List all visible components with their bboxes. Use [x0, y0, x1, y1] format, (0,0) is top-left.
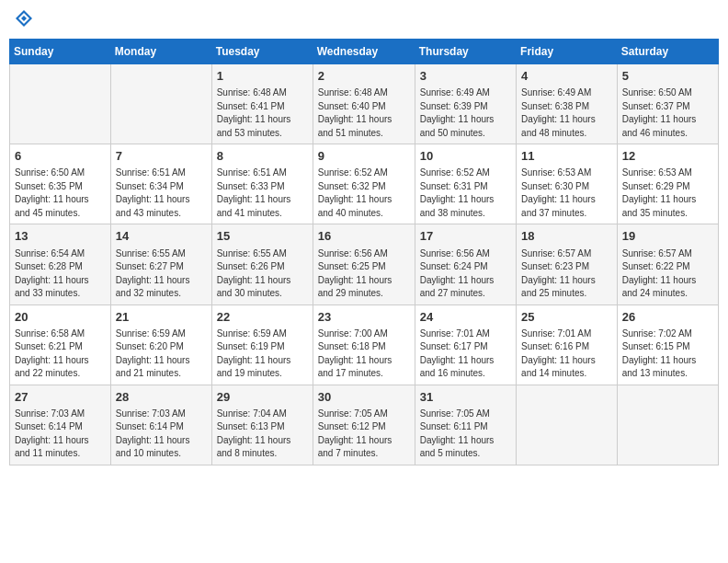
day-info: Sunrise: 6:57 AMSunset: 6:22 PMDaylight:… — [622, 247, 713, 301]
day-info: Sunrise: 6:54 AMSunset: 6:28 PMDaylight:… — [15, 247, 106, 301]
weekday-row: SundayMondayTuesdayWednesdayThursdayFrid… — [10, 40, 719, 64]
calendar-cell: 9Sunrise: 6:52 AMSunset: 6:32 PMDaylight… — [313, 144, 415, 224]
day-info: Sunrise: 7:01 AMSunset: 6:16 PMDaylight:… — [521, 327, 612, 381]
day-info: Sunrise: 6:55 AMSunset: 6:26 PMDaylight:… — [217, 247, 308, 301]
day-number: 29 — [217, 389, 308, 406]
calendar-cell: 21Sunrise: 6:59 AMSunset: 6:20 PMDayligh… — [110, 304, 211, 385]
calendar-cell: 17Sunrise: 6:56 AMSunset: 6:24 PMDayligh… — [415, 224, 516, 304]
calendar-cell: 10Sunrise: 6:52 AMSunset: 6:31 PMDayligh… — [415, 144, 516, 224]
day-number: 9 — [318, 148, 410, 165]
weekday-header: Tuesday — [211, 40, 313, 64]
day-info: Sunrise: 6:48 AMSunset: 6:41 PMDaylight:… — [217, 86, 308, 140]
day-number: 12 — [622, 148, 713, 165]
day-info: Sunrise: 7:02 AMSunset: 6:15 PMDaylight:… — [622, 327, 713, 381]
calendar-cell: 13Sunrise: 6:54 AMSunset: 6:28 PMDayligh… — [10, 224, 111, 304]
calendar-cell: 5Sunrise: 6:50 AMSunset: 6:37 PMDaylight… — [617, 64, 718, 144]
day-info: Sunrise: 6:58 AMSunset: 6:21 PMDaylight:… — [15, 327, 106, 381]
calendar-cell — [517, 385, 618, 465]
day-info: Sunrise: 7:03 AMSunset: 6:14 PMDaylight:… — [116, 408, 207, 461]
calendar-body: 1Sunrise: 6:48 AMSunset: 6:41 PMDaylight… — [10, 64, 719, 465]
calendar-cell: 31Sunrise: 7:05 AMSunset: 6:11 PMDayligh… — [415, 385, 516, 465]
calendar-cell: 23Sunrise: 7:00 AMSunset: 6:18 PMDayligh… — [313, 304, 415, 385]
calendar-cell: 26Sunrise: 7:02 AMSunset: 6:15 PMDayligh… — [617, 304, 718, 385]
day-number: 6 — [15, 148, 106, 165]
calendar-cell: 29Sunrise: 7:04 AMSunset: 6:13 PMDayligh… — [211, 385, 313, 465]
calendar-cell: 19Sunrise: 6:57 AMSunset: 6:22 PMDayligh… — [617, 224, 718, 304]
day-number: 23 — [318, 309, 410, 326]
calendar-cell: 15Sunrise: 6:55 AMSunset: 6:26 PMDayligh… — [211, 224, 313, 304]
day-number: 2 — [318, 68, 410, 85]
day-info: Sunrise: 7:00 AMSunset: 6:18 PMDaylight:… — [318, 327, 410, 381]
day-number: 7 — [116, 148, 207, 165]
day-number: 15 — [217, 228, 308, 245]
day-info: Sunrise: 6:56 AMSunset: 6:25 PMDaylight:… — [318, 247, 410, 301]
weekday-header: Friday — [517, 40, 618, 64]
day-number: 20 — [15, 309, 106, 326]
weekday-header: Wednesday — [313, 40, 415, 64]
day-number: 16 — [318, 228, 410, 245]
calendar-cell: 18Sunrise: 6:57 AMSunset: 6:23 PMDayligh… — [517, 224, 618, 304]
day-info: Sunrise: 6:50 AMSunset: 6:37 PMDaylight:… — [622, 86, 713, 140]
calendar-week-row: 27Sunrise: 7:03 AMSunset: 6:14 PMDayligh… — [10, 385, 719, 465]
calendar-cell: 16Sunrise: 6:56 AMSunset: 6:25 PMDayligh… — [313, 224, 415, 304]
day-info: Sunrise: 7:03 AMSunset: 6:14 PMDaylight:… — [15, 408, 106, 461]
day-number: 3 — [420, 68, 511, 85]
calendar-week-row: 1Sunrise: 6:48 AMSunset: 6:41 PMDaylight… — [10, 64, 719, 144]
day-number: 27 — [15, 389, 106, 406]
day-number: 28 — [116, 389, 207, 406]
day-number: 31 — [420, 389, 511, 406]
calendar-cell: 4Sunrise: 6:49 AMSunset: 6:38 PMDaylight… — [517, 64, 618, 144]
day-info: Sunrise: 6:51 AMSunset: 6:34 PMDaylight:… — [116, 167, 207, 220]
calendar-cell: 7Sunrise: 6:51 AMSunset: 6:34 PMDaylight… — [110, 144, 211, 224]
day-number: 13 — [15, 228, 106, 245]
calendar-week-row: 20Sunrise: 6:58 AMSunset: 6:21 PMDayligh… — [10, 304, 719, 385]
calendar-header: SundayMondayTuesdayWednesdayThursdayFrid… — [10, 40, 719, 64]
calendar-cell: 24Sunrise: 7:01 AMSunset: 6:17 PMDayligh… — [415, 304, 516, 385]
calendar-week-row: 13Sunrise: 6:54 AMSunset: 6:28 PMDayligh… — [10, 224, 719, 304]
calendar-cell: 11Sunrise: 6:53 AMSunset: 6:30 PMDayligh… — [517, 144, 618, 224]
calendar-cell: 3Sunrise: 6:49 AMSunset: 6:39 PMDaylight… — [415, 64, 516, 144]
calendar-cell — [110, 64, 211, 144]
day-number: 1 — [217, 68, 308, 85]
calendar-cell: 8Sunrise: 6:51 AMSunset: 6:33 PMDaylight… — [211, 144, 313, 224]
day-number: 18 — [521, 228, 612, 245]
day-number: 8 — [217, 148, 308, 165]
day-info: Sunrise: 6:59 AMSunset: 6:19 PMDaylight:… — [217, 327, 308, 381]
calendar-cell — [10, 64, 111, 144]
calendar-cell: 1Sunrise: 6:48 AMSunset: 6:41 PMDaylight… — [211, 64, 313, 144]
day-info: Sunrise: 6:52 AMSunset: 6:32 PMDaylight:… — [318, 167, 410, 220]
calendar-cell: 20Sunrise: 6:58 AMSunset: 6:21 PMDayligh… — [10, 304, 111, 385]
day-number: 5 — [622, 68, 713, 85]
day-info: Sunrise: 6:49 AMSunset: 6:39 PMDaylight:… — [420, 86, 511, 140]
calendar-cell: 27Sunrise: 7:03 AMSunset: 6:14 PMDayligh… — [10, 385, 111, 465]
day-info: Sunrise: 6:52 AMSunset: 6:31 PMDaylight:… — [420, 167, 511, 220]
day-number: 24 — [420, 309, 511, 326]
day-info: Sunrise: 7:05 AMSunset: 6:11 PMDaylight:… — [420, 408, 511, 461]
day-number: 11 — [521, 148, 612, 165]
weekday-header: Saturday — [617, 40, 718, 64]
logo-icon — [15, 9, 33, 28]
day-number: 14 — [116, 228, 207, 245]
day-info: Sunrise: 6:55 AMSunset: 6:27 PMDaylight:… — [116, 247, 207, 301]
calendar-cell: 2Sunrise: 6:48 AMSunset: 6:40 PMDaylight… — [313, 64, 415, 144]
page-header — [9, 9, 719, 31]
day-info: Sunrise: 7:04 AMSunset: 6:13 PMDaylight:… — [217, 408, 308, 461]
day-info: Sunrise: 6:56 AMSunset: 6:24 PMDaylight:… — [420, 247, 511, 301]
day-number: 10 — [420, 148, 511, 165]
day-info: Sunrise: 7:01 AMSunset: 6:17 PMDaylight:… — [420, 327, 511, 381]
day-info: Sunrise: 6:50 AMSunset: 6:35 PMDaylight:… — [15, 167, 106, 220]
day-info: Sunrise: 6:57 AMSunset: 6:23 PMDaylight:… — [521, 247, 612, 301]
calendar-cell: 14Sunrise: 6:55 AMSunset: 6:27 PMDayligh… — [110, 224, 211, 304]
calendar: SundayMondayTuesdayWednesdayThursdayFrid… — [9, 39, 719, 465]
day-number: 4 — [521, 68, 612, 85]
day-info: Sunrise: 6:51 AMSunset: 6:33 PMDaylight:… — [217, 167, 308, 220]
day-info: Sunrise: 7:05 AMSunset: 6:12 PMDaylight:… — [318, 408, 410, 461]
calendar-cell: 22Sunrise: 6:59 AMSunset: 6:19 PMDayligh… — [211, 304, 313, 385]
weekday-header: Thursday — [415, 40, 516, 64]
weekday-header: Sunday — [10, 40, 111, 64]
day-number: 30 — [318, 389, 410, 406]
calendar-cell: 28Sunrise: 7:03 AMSunset: 6:14 PMDayligh… — [110, 385, 211, 465]
weekday-header: Monday — [110, 40, 211, 64]
day-number: 22 — [217, 309, 308, 326]
day-number: 19 — [622, 228, 713, 245]
